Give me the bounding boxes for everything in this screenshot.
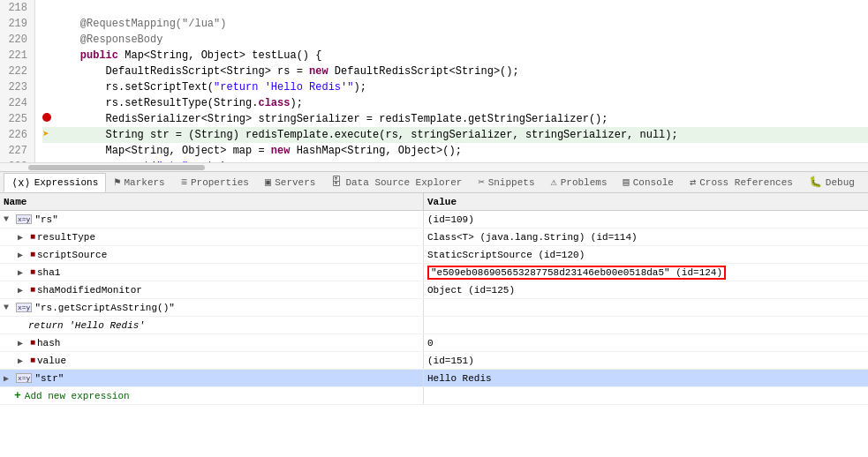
expr-row-add_new[interactable]: +Add new expression — [0, 387, 868, 405]
expr-name-cell-rs_getScriptAsString: ▼x=y"rs.getScriptAsString()" — [0, 299, 424, 316]
expand-arrow[interactable]: ▼ — [4, 214, 14, 224]
expand-arrow[interactable]: ▶ — [18, 250, 28, 260]
expr-name-text: shaModifiedMonitor — [37, 285, 142, 296]
xref-icon: ⇄ — [690, 176, 696, 189]
highlighted-value: "e509eb086905653287758d23146eb00e0518da5… — [427, 266, 726, 280]
tab-markers[interactable]: ⚑Markers — [106, 173, 172, 192]
horizontal-scrollbar[interactable] — [0, 162, 868, 171]
expr-name-text: Add new expression — [25, 391, 130, 401]
code-line-221: public Map<String, Object> testLua() { — [42, 48, 868, 64]
tab-label-console: Console — [633, 177, 674, 188]
tab-properties[interactable]: ≡Properties — [173, 173, 257, 192]
field-icon: ■ — [30, 232, 35, 242]
field-icon: ■ — [30, 250, 35, 259]
expr-row-rs[interactable]: ▼x=y"rs"(id=109) — [0, 211, 868, 228]
expand-arrow[interactable]: ▶ — [18, 285, 28, 296]
code-line-219: @RequestMapping("/lua") — [42, 16, 868, 32]
marker-icon: ⚑ — [114, 176, 120, 189]
code-line-228: map.put("str", str); — [42, 159, 868, 162]
scrollbar-thumb[interactable] — [28, 165, 205, 170]
var-icon: x=y — [16, 373, 32, 383]
expr-value-cell-sha1: "e509eb086905653287758d23146eb00e0518da5… — [424, 266, 868, 280]
expr-name-text: resultType — [37, 232, 95, 243]
expr-value-cell-str: Hello Redis — [424, 373, 868, 384]
expr-name-cell-rs: ▼x=y"rs" — [0, 211, 424, 228]
server-icon: ▣ — [265, 176, 271, 189]
expr-name-cell-sha1: ▶■sha1 — [0, 264, 424, 281]
expr-name-text: "rs" — [34, 214, 57, 225]
expressions-panel: Name Value ▼x=y"rs"(id=109)▶■resultTypeC… — [0, 193, 868, 457]
expr-value-cell-resultType: Class<T> (java.lang.String) (id=114) — [424, 232, 868, 243]
code-text: map.put("str", str); — [55, 159, 233, 162]
expr-name-cell-shaModifiedMonitor: ▶■shaModifiedMonitor — [0, 281, 424, 298]
code-line-222: DefaultRedisScript<String> rs = new Defa… — [42, 64, 868, 79]
expr-value-cell-shaModifiedMonitor: Object (id=125) — [424, 285, 868, 296]
expr-name-text: value — [37, 356, 66, 366]
db-icon: 🗄 — [331, 176, 342, 189]
code-line-218 — [42, 0, 868, 16]
expr-row-resultType[interactable]: ▶■resultTypeClass<T> (java.lang.String) … — [0, 228, 868, 246]
tab-expressions[interactable]: ⟨x⟩Expressions — [4, 173, 106, 192]
tab-label-datasource: Data Source Explorer — [345, 177, 462, 188]
expr-row-value[interactable]: ▶■value(id=151) — [0, 352, 868, 370]
tab-bar: ⟨x⟩Expressions⚑Markers≡Properties▣Server… — [0, 172, 868, 193]
tab-label-properties: Properties — [191, 177, 249, 188]
expr-name-cell-value: ▶■value — [0, 352, 424, 369]
expr-value-cell-scriptSource: StaticScriptSource (id=120) — [424, 250, 868, 260]
tab-label-problems: Problems — [561, 177, 608, 188]
prop-icon: ≡ — [181, 176, 187, 189]
warn-icon: ⚠ — [550, 176, 556, 189]
field-icon: ■ — [30, 356, 35, 365]
code-text: rs.setResultType(String.class); — [55, 95, 303, 111]
code-line-227: Map<String, Object> map = new HashMap<St… — [42, 143, 868, 159]
line-numbers: 2182192202212222232242252262272282292302… — [0, 0, 35, 162]
tab-crossrefs[interactable]: ⇄Cross References — [682, 173, 801, 192]
tab-servers[interactable]: ▣Servers — [257, 173, 323, 192]
expr-name-text: return 'Hello Redis' — [28, 320, 145, 331]
bug-icon: 🐛 — [809, 176, 822, 189]
expand-arrow[interactable]: ▶ — [18, 338, 28, 348]
tab-label-expressions: Expressions — [34, 177, 99, 188]
expr-row-hash[interactable]: ▶■hash0 — [0, 334, 868, 352]
code-text: Map<String, Object> map = new HashMap<St… — [55, 143, 462, 159]
expr-row-rs_return[interactable]: return 'Hello Redis' — [0, 317, 868, 334]
add-icon: + — [14, 389, 21, 402]
expand-arrow[interactable]: ▶ — [18, 267, 28, 278]
var-icon: x=y — [16, 303, 32, 312]
code-line-220: @ResponseBody — [42, 32, 868, 48]
code-text: DefaultRedisScript<String> rs = new Defa… — [55, 64, 519, 79]
expression-rows[interactable]: ▼x=y"rs"(id=109)▶■resultTypeClass<T> (ja… — [0, 211, 868, 457]
breakpoint-col[interactable]: ➤ — [42, 127, 55, 143]
expr-row-str[interactable]: ▶x=y"str"Hello Redis — [0, 370, 868, 387]
tab-console[interactable]: ▤Console — [615, 173, 682, 192]
tab-datasource[interactable]: 🗄Data Source Explorer — [323, 173, 470, 192]
code-text: rs.setScriptText("return 'Hello Redis'")… — [55, 79, 366, 95]
col-name-header: Name — [0, 193, 424, 210]
expr-row-rs_getScriptAsString[interactable]: ▼x=y"rs.getScriptAsString()" — [0, 299, 868, 317]
bottom-panel: ⟨x⟩Expressions⚑Markers≡Properties▣Server… — [0, 172, 868, 457]
code-text: String str = (String) redisTemplate.exec… — [55, 127, 678, 143]
code-text: @ResponseBody — [55, 32, 162, 48]
expr-row-sha1[interactable]: ▶■sha1"e509eb086905653287758d23146eb00e0… — [0, 264, 868, 281]
table-header: Name Value — [0, 193, 868, 211]
tab-snippets[interactable]: ✂Snippets — [470, 173, 542, 192]
expr-name-cell-resultType: ▶■resultType — [0, 228, 424, 245]
expand-arrow[interactable]: ▶ — [4, 373, 14, 384]
expr-name-text: "rs.getScriptAsString()" — [34, 303, 174, 313]
breakpoint-dot[interactable] — [42, 113, 51, 122]
breakpoint-col[interactable] — [42, 111, 55, 127]
tab-problems[interactable]: ⚠Problems — [542, 173, 615, 192]
tab-label-debug: Debug — [826, 177, 855, 188]
expand-arrow[interactable]: ▶ — [18, 356, 28, 366]
tab-debug[interactable]: 🐛Debug — [801, 173, 863, 192]
code-line-223: rs.setScriptText("return 'Hello Redis'")… — [42, 79, 868, 95]
expand-arrow[interactable]: ▼ — [4, 303, 14, 312]
expr-name-cell-scriptSource: ▶■scriptSource — [0, 246, 424, 263]
code-lines[interactable]: @RequestMapping("/lua") @ResponseBody pu… — [35, 0, 868, 162]
code-text: public Map<String, Object> testLua() { — [55, 48, 321, 64]
expr-row-shaModifiedMonitor[interactable]: ▶■shaModifiedMonitorObject (id=125) — [0, 281, 868, 299]
code-line-224: rs.setResultType(String.class); — [42, 95, 868, 111]
expr-name-text: sha1 — [37, 267, 60, 278]
expr-row-scriptSource[interactable]: ▶■scriptSourceStaticScriptSource (id=120… — [0, 246, 868, 264]
expand-arrow[interactable]: ▶ — [18, 232, 28, 243]
